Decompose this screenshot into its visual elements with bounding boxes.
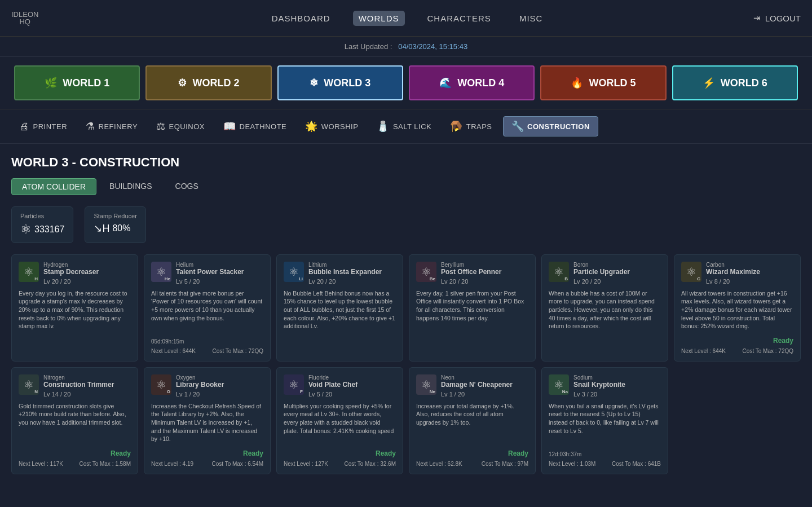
tab-atom-collider[interactable]: ATOM COLLIDER <box>11 178 96 195</box>
card-desc: When a bubble has a cost of 100M or more… <box>549 289 661 354</box>
card-ready: Ready <box>19 449 131 457</box>
printer-icon: 🖨 <box>19 121 30 133</box>
card-footer: Next Level : 644K Cost To Max : 72QQ <box>681 348 793 354</box>
submenu-traps[interactable]: 🪤 TRAPS <box>442 117 500 136</box>
card-header: ⚛ F Fluoride Void Plate Chef Lv 5 / 20 <box>284 374 396 398</box>
card-name: Library Booker <box>176 381 263 390</box>
card-element: Oxygen <box>176 374 263 381</box>
world-1-button[interactable]: 🌿 WORLD 1 <box>14 65 140 100</box>
tabs: ATOM COLLIDER BUILDINGS COGS <box>0 175 812 204</box>
worship-icon: 🌟 <box>305 120 318 133</box>
card-icon: ⚛ Be <box>416 262 436 282</box>
nav-misc[interactable]: MISC <box>514 11 549 26</box>
card-level: Lv 20 / 20 <box>441 278 528 285</box>
element-letter: He <box>165 276 170 281</box>
world-1-icon: 🌿 <box>45 77 57 89</box>
element-letter: C <box>697 276 700 281</box>
card-name: Stamp Decreaser <box>43 268 131 277</box>
card-name: Damage N' Cheapener <box>441 381 528 390</box>
world-4-button[interactable]: 🌊 WORLD 4 <box>409 65 535 100</box>
card-ready: Ready <box>681 337 793 345</box>
page-title: WORLD 3 - CONSTRUCTION <box>0 144 812 175</box>
submenu-saltlick[interactable]: 🧂 SALT LICK <box>369 117 439 136</box>
element-icon: ⚛ <box>24 265 34 279</box>
card-footer: Next Level : 4.19 Cost To Max : 6.54M <box>151 461 263 467</box>
card-name: Talent Power Stacker <box>176 268 263 277</box>
card-title-area: Hydrogen Stamp Decreaser Lv 20 / 20 <box>43 262 131 285</box>
world-4-icon: 🌊 <box>439 77 452 89</box>
card-icon: ⚛ B <box>549 262 569 282</box>
submenu-printer[interactable]: 🖨 PRINTER <box>11 117 75 136</box>
atom-card-oxygen: ⚛ O Oxygen Library Booker Lv 1 / 20 Incr… <box>144 367 271 474</box>
tab-cogs[interactable]: COGS <box>165 178 209 195</box>
card-element: Beryllium <box>441 262 528 268</box>
atom-card-beryllium: ⚛ Be Beryllium Post Office Penner Lv 20 … <box>409 254 536 361</box>
card-element: Neon <box>441 374 528 381</box>
card-ready: Ready <box>151 449 263 457</box>
card-level: Lv 1 / 20 <box>176 391 263 398</box>
world-3-button[interactable]: ❄ WORLD 3 <box>277 65 403 100</box>
card-desc: All talents that give more bonus per 'Po… <box>151 289 263 335</box>
card-desc: When you fail a snail upgrade, it's LV g… <box>549 402 661 448</box>
card-footer: Next Level : 127K Cost To Max : 32.6M <box>284 461 396 467</box>
card-element: Boron <box>573 262 661 268</box>
card-header: ⚛ Li Lithium Bubble Insta Expander Lv 20… <box>284 262 396 285</box>
card-desc: Every day you log in, the resource cost … <box>19 289 131 354</box>
card-name: Bubble Insta Expander <box>308 268 396 277</box>
nav-links: DASHBOARD WORLDS CHARACTERS MISC <box>61 11 753 26</box>
atom-card-boron: ⚛ B Boron Particle Upgrader Lv 20 / 20 W… <box>541 254 668 361</box>
card-footer: Next Level : 62.8K Cost To Max : 97M <box>416 461 528 467</box>
equinox-icon: ⚖ <box>156 120 166 133</box>
nav-dashboard[interactable]: DASHBOARD <box>266 11 336 26</box>
logout-button[interactable]: ⇥ LOGOUT <box>753 13 801 23</box>
logo: IDLEON HQ <box>11 11 38 25</box>
card-desc: Multiplies your cooking speed by +5% for… <box>284 402 396 446</box>
card-desc: No Bubble Left Behind bonus now has a 15… <box>284 289 396 354</box>
card-element: Nitrogen <box>43 374 131 381</box>
card-level: Lv 5 / 20 <box>176 278 263 285</box>
card-name: Wizard Maximize <box>706 268 793 277</box>
card-name: Void Plate Chef <box>308 381 396 390</box>
card-title-area: Neon Damage N' Cheapener Lv 1 / 20 <box>441 374 528 398</box>
element-icon: ⚛ <box>554 265 564 279</box>
element-letter: Na <box>562 389 568 394</box>
atom-card-lithium: ⚛ Li Lithium Bubble Insta Expander Lv 20… <box>276 254 403 361</box>
atom-card-fluoride: ⚛ F Fluoride Void Plate Chef Lv 5 / 20 M… <box>276 367 403 474</box>
card-icon: ⚛ H <box>19 262 39 282</box>
submenu-deathnote[interactable]: 📖 DEATHNOTE <box>215 117 294 136</box>
card-footer: Next Level : 117K Cost To Max : 1.58M <box>19 461 131 467</box>
card-header: ⚛ H Hydrogen Stamp Decreaser Lv 20 / 20 <box>19 262 131 285</box>
submenu-construction[interactable]: 🔧 CONSTRUCTION <box>503 116 598 136</box>
card-header: ⚛ Ne Neon Damage N' Cheapener Lv 1 / 20 <box>416 374 528 398</box>
element-icon: ⚛ <box>289 265 299 279</box>
submenu-refinery[interactable]: ⚗ REFINERY <box>78 117 145 136</box>
card-icon: ⚛ Li <box>284 262 304 282</box>
card-level: Lv 14 / 20 <box>43 391 131 398</box>
stats-row: Particles ⚛ 333167 Stamp Reducer ↘H 80% <box>0 204 812 252</box>
atom-card-nitrogen: ⚛ N Nitrogen Construction Trimmer Lv 14 … <box>11 367 138 474</box>
nav-worlds[interactable]: WORLDS <box>353 11 405 26</box>
card-header: ⚛ O Oxygen Library Booker Lv 1 / 20 <box>151 374 263 398</box>
element-letter: H <box>34 276 38 281</box>
world-6-button[interactable]: ⚡ WORLD 6 <box>672 65 798 100</box>
card-name: Construction Trimmer <box>43 381 131 390</box>
world-3-icon: ❄ <box>310 77 318 89</box>
card-desc: Every day, 1 silver pen from your Post O… <box>416 289 528 354</box>
submenu-equinox[interactable]: ⚖ EQUINOX <box>148 117 213 136</box>
card-header: ⚛ B Boron Particle Upgrader Lv 20 / 20 <box>549 262 661 285</box>
tab-buildings[interactable]: BUILDINGS <box>99 178 162 195</box>
world-2-button[interactable]: ⚙ WORLD 2 <box>145 65 271 100</box>
card-timer: 12d:03h:37m <box>549 451 661 457</box>
world-5-button[interactable]: 🔥 WORLD 5 <box>540 65 666 100</box>
card-ready: Ready <box>416 449 528 457</box>
card-header: ⚛ Be Beryllium Post Office Penner Lv 20 … <box>416 262 528 285</box>
card-element: Carbon <box>706 262 793 268</box>
card-title-area: Lithium Bubble Insta Expander Lv 20 / 20 <box>308 262 396 285</box>
element-letter: Ne <box>430 389 435 394</box>
refinery-icon: ⚗ <box>86 120 95 133</box>
submenu-worship[interactable]: 🌟 WORSHIP <box>297 117 366 136</box>
card-title-area: Nitrogen Construction Trimmer Lv 14 / 20 <box>43 374 131 398</box>
nav-characters[interactable]: CHARACTERS <box>422 11 497 26</box>
card-desc: Increases the Checkout Refresh Speed of … <box>151 402 263 446</box>
atom-card-neon: ⚛ Ne Neon Damage N' Cheapener Lv 1 / 20 … <box>409 367 536 474</box>
